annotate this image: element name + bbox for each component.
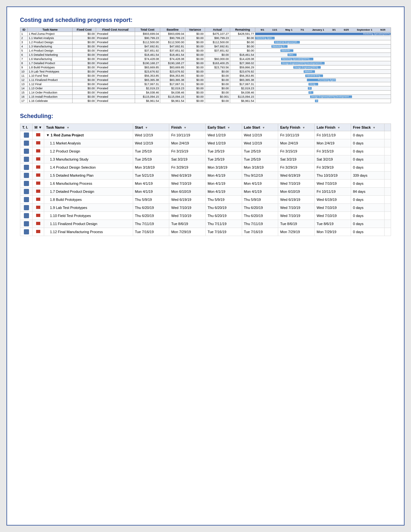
cell-gantt: Marketing Specialist[400%]: [255, 49, 391, 53]
cell-ti: [20, 220, 33, 228]
table-row: 13 1.12 Final $0.00 Prorated $17,067.31 …: [20, 82, 391, 86]
cell-extra: [385, 155, 391, 163]
cell-taskname: 1.9 Lab Test Prototypes: [28, 70, 73, 74]
cell-totalcost: $37,651.92: [135, 49, 160, 53]
late-start-sort-arrow: ▼: [262, 126, 265, 129]
cell-ti: [20, 172, 33, 180]
cell-id: 3: [20, 40, 28, 44]
cell-late-start: Tue 2/5/19: [242, 155, 278, 163]
cell-id: 6: [20, 53, 28, 57]
cell-accrual: Prorated: [96, 82, 135, 86]
table-row: 1.5 Detailed Marketing Plan Tue 5/21/19 …: [20, 172, 391, 180]
cell-totalcost: $18,461.54: [135, 53, 160, 57]
cell-start: Thu 6/20/19: [133, 204, 169, 212]
cell-accrual: Prorated: [96, 74, 135, 78]
cell-gantt: Marketing Specialist[200%];Design Engine…: [255, 44, 391, 49]
cell-taskname: 1.11 Finalized Product: [28, 78, 73, 82]
cell-totalcost: $56,353.85: [135, 74, 160, 78]
table-row: 6 1.5 Detailed Marketing $0.00 Prorated …: [20, 53, 391, 57]
cell-taskname: 1.12 Final: [28, 82, 73, 86]
scheduling-title: Scheduling:: [20, 113, 391, 120]
cell-finish: Wed 7/10/19: [169, 212, 206, 220]
cell-extra: [385, 228, 391, 236]
cell-accrual: Prorated: [96, 36, 135, 40]
th-late-start[interactable]: Late Start ▼: [242, 124, 278, 131]
cell-fixedcost: $0.00: [73, 40, 96, 44]
cell-extra: [385, 172, 391, 180]
cell-ti: [20, 155, 33, 163]
cell-taskname: 1.5 Detailed Marketing: [28, 53, 73, 57]
cell-accrual: Prorated: [96, 61, 135, 65]
cell-early-finish: Tue 8/6/19: [278, 220, 315, 228]
cell-actual: $112,500.00: [205, 40, 230, 44]
cell-fixedcost: $0.00: [73, 49, 96, 53]
cell-extra: [385, 139, 391, 147]
table-row: 1.11 Finalized Product Design Thu 7/11/1…: [20, 220, 391, 228]
th-free-slack[interactable]: Free Slack ▼: [351, 124, 384, 131]
cell-id: 1: [20, 32, 28, 36]
cell-m: [33, 139, 44, 147]
cell-gantt: Industrial Engineer[400%];Development En…: [255, 40, 391, 44]
cell-early-start: Thu 6/20/19: [205, 212, 242, 220]
cell-free-slack: 0 days: [351, 147, 384, 155]
finish-sort-arrow: ▼: [184, 126, 187, 129]
cell-fixedcost: $0.00: [73, 70, 96, 74]
th-early-finish[interactable]: Early Finish ▼: [278, 124, 315, 131]
cell-variance: $0.00: [185, 49, 205, 53]
cell-early-start: Thu 6/20/19: [205, 204, 242, 212]
cell-m: [33, 172, 44, 180]
table-row: 12 1.11 Finalized Product $0.00 Prorated…: [20, 78, 391, 82]
early-start-sort-arrow: ▼: [227, 126, 230, 129]
th-start[interactable]: Start ▼: [133, 124, 169, 131]
th-ti[interactable]: T. I.: [20, 124, 33, 131]
cell-m: [33, 180, 44, 188]
col-baseline: Baseline: [160, 28, 185, 32]
th-early-start[interactable]: Early Start ▼: [205, 124, 242, 131]
cell-early-finish: Wed 7/10/19: [278, 204, 315, 212]
th-m[interactable]: M ▼: [33, 124, 44, 131]
cell-late-finish: Wed 7/10/19: [315, 204, 351, 212]
cell-remaining: $6,961.54: [230, 99, 255, 103]
cell-baseline: $2,019.23: [160, 86, 185, 91]
cell-actual: $0.00: [205, 74, 230, 78]
table-row: 5 1.4 Product Design $0.00 Prorated $37,…: [20, 49, 391, 53]
th-late-finish[interactable]: Late Finish ▼: [315, 124, 351, 131]
cell-extra: [385, 163, 391, 172]
cell-late-finish: Wed 7/10/19: [315, 180, 351, 188]
cell-taskname: 1.9 Lab Test Prototypes: [44, 204, 133, 212]
cell-free-slack: 0 days: [351, 139, 384, 147]
cell-m: [33, 188, 44, 196]
cell-start: Tue 7/16/19: [133, 228, 169, 236]
cell-early-start: Tue 2/5/19: [205, 147, 242, 155]
table-row: 8 1.7 Detailed Product $0.00 Prorated $1…: [20, 61, 391, 65]
cell-actual: $0.00: [205, 70, 230, 74]
cell-fixedcost: $0.00: [73, 86, 96, 91]
cell-variance: $0.00: [185, 91, 205, 95]
costing-title: Costing and scheduling progress report:: [20, 17, 391, 24]
cell-finish: Fri 10/11/19: [169, 131, 206, 139]
cell-totalcost: $2,019.23: [135, 86, 160, 91]
cell-late-finish: Mon 7/29/19: [315, 228, 351, 236]
cell-gantt: Purchasing Agent: [255, 78, 391, 82]
cell-early-finish: Fri 10/11/19: [278, 131, 315, 139]
th-taskname[interactable]: Task Name ▼: [44, 124, 133, 131]
cell-remaining: $0.00: [230, 40, 255, 44]
cell-late-finish: Fri 3/15/19: [315, 147, 351, 155]
cell-actual: $90,799.23: [205, 36, 230, 40]
cell-fixedcost: $0.00: [73, 95, 96, 99]
cell-extra: [385, 147, 391, 155]
cell-free-slack: 0 days: [351, 212, 384, 220]
cell-totalcost: $112,500.00: [135, 40, 160, 44]
th-finish[interactable]: Finish ▼: [169, 124, 206, 131]
cell-finish: Fri 3/29/19: [169, 163, 206, 172]
cell-accrual: Prorated: [96, 70, 135, 74]
cell-taskname: 1.11 Finalized Product Design: [44, 220, 133, 228]
col-remaining: Remaining: [230, 28, 255, 32]
cell-m: [33, 163, 44, 172]
cell-m: [33, 147, 44, 155]
cell-taskname: ▼ 1 Red Zuma Project: [44, 131, 133, 139]
col-actual: Actual: [205, 28, 230, 32]
cell-free-slack: 84 days: [351, 188, 384, 196]
cell-accrual: Prorated: [96, 99, 135, 103]
cell-fixedcost: $0.00: [73, 78, 96, 82]
